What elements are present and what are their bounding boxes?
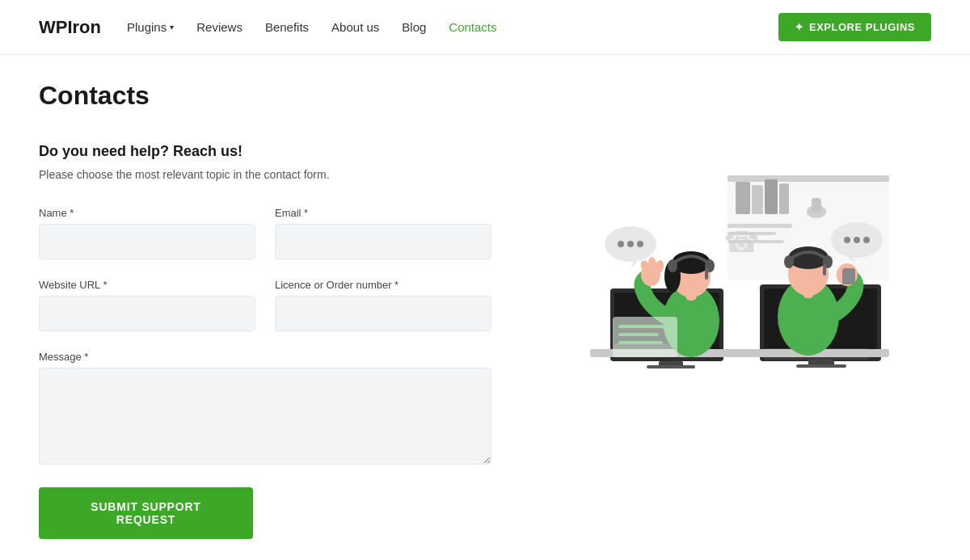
svg-rect-42 xyxy=(842,268,855,284)
svg-rect-29 xyxy=(705,268,708,280)
svg-rect-54 xyxy=(613,317,677,357)
page-title: Contacts xyxy=(39,81,931,111)
website-input[interactable] xyxy=(39,296,255,331)
form-subtext: Please choose the most relevant topic in… xyxy=(39,168,491,181)
message-label: Message * xyxy=(39,351,491,363)
svg-rect-40 xyxy=(823,264,826,276)
svg-rect-56 xyxy=(618,333,659,336)
message-group: Message * xyxy=(39,351,491,465)
svg-point-46 xyxy=(627,241,634,247)
svg-rect-4 xyxy=(765,179,778,214)
name-email-row: Name * Email * xyxy=(39,207,491,259)
nav-item-plugins[interactable]: Plugins ▾ xyxy=(127,20,174,34)
nav-item-about[interactable]: About us xyxy=(331,20,379,34)
svg-point-50 xyxy=(844,237,850,243)
licence-input[interactable] xyxy=(275,296,491,331)
svg-rect-57 xyxy=(618,341,663,344)
svg-point-45 xyxy=(618,241,624,247)
email-group: Email * xyxy=(275,207,491,259)
licence-label: Licence or Order number * xyxy=(275,279,491,291)
name-input[interactable] xyxy=(39,224,255,259)
svg-rect-18 xyxy=(796,364,846,368)
svg-point-38 xyxy=(784,255,794,268)
svg-rect-7 xyxy=(812,198,821,213)
licence-group: Licence or Order number * xyxy=(275,279,491,331)
website-licence-row: Website URL * Licence or Order number * xyxy=(39,279,491,331)
svg-point-52 xyxy=(863,237,870,243)
svg-rect-5 xyxy=(779,183,789,214)
main-nav: Plugins ▾ Reviews Benefits About us Blog… xyxy=(127,20,778,34)
svg-point-47 xyxy=(637,241,643,247)
website-label: Website URL * xyxy=(39,279,255,291)
email-label: Email * xyxy=(275,207,491,219)
nav-item-benefits[interactable]: Benefits xyxy=(265,20,309,34)
name-label: Name * xyxy=(39,207,255,219)
form-section: Do you need help? Reach us! Please choos… xyxy=(39,143,491,539)
svg-point-27 xyxy=(668,259,677,272)
nav-item-reviews[interactable]: Reviews xyxy=(196,20,242,34)
nav-item-contacts[interactable]: Contacts xyxy=(449,20,496,34)
svg-rect-14 xyxy=(647,365,695,368)
svg-rect-2 xyxy=(736,182,750,214)
name-group: Name * xyxy=(39,207,255,259)
svg-text:☎: ☎ xyxy=(723,225,760,259)
form-heading: Do you need help? Reach us! xyxy=(39,143,491,160)
site-header: WPIron Plugins ▾ Reviews Benefits About … xyxy=(0,0,970,55)
chevron-down-icon: ▾ xyxy=(170,23,174,32)
svg-rect-1 xyxy=(728,175,889,182)
nav-item-blog[interactable]: Blog xyxy=(402,20,426,34)
plugin-icon: ✦ xyxy=(795,21,804,33)
explore-plugins-button[interactable]: ✦ EXPLORE PLUGINS xyxy=(778,13,931,41)
svg-rect-3 xyxy=(752,185,763,214)
email-input[interactable] xyxy=(275,224,491,259)
site-logo[interactable]: WPIron xyxy=(39,17,101,38)
message-textarea[interactable] xyxy=(39,368,491,465)
svg-point-51 xyxy=(854,237,860,243)
support-illustration: ☎ xyxy=(566,159,905,369)
svg-rect-55 xyxy=(618,325,667,328)
website-group: Website URL * xyxy=(39,279,255,331)
illustration-section: ☎ xyxy=(540,143,931,369)
submit-support-button[interactable]: SUBMIT SUPPORT REQUEST xyxy=(39,487,253,539)
content-area: Do you need help? Reach us! Please choos… xyxy=(39,143,931,539)
main-content: Contacts Do you need help? Reach us! Ple… xyxy=(0,55,970,560)
